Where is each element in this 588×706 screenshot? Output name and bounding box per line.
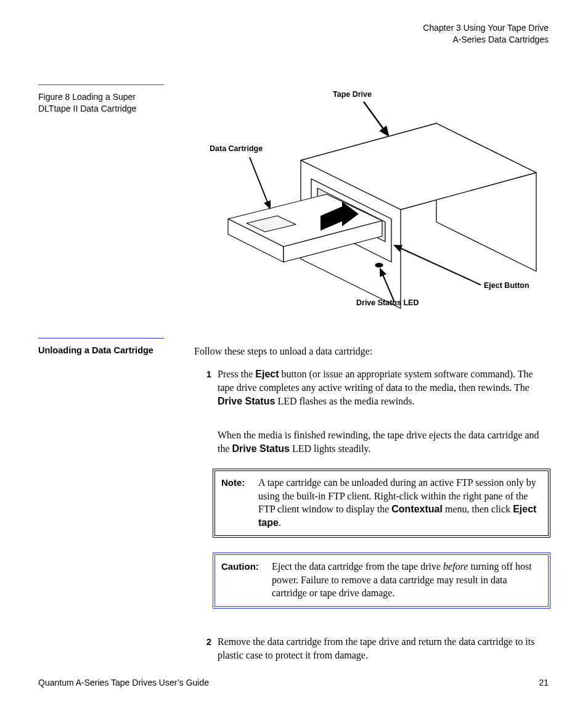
svg-point-5: [375, 263, 383, 267]
drive-status-term: Drive Status: [218, 396, 275, 406]
before-term: before: [443, 561, 468, 572]
svg-line-12: [364, 102, 388, 136]
contextual-term: Contextual: [391, 504, 443, 514]
svg-line-15: [394, 245, 481, 285]
intro-text: Follow these steps to unload a data cart…: [194, 345, 552, 358]
callout-data-cartridge: Data Cartridge: [210, 144, 263, 153]
callout-tape-drive: Tape Drive: [333, 90, 372, 99]
callout-drive-status-led: Drive Status LED: [356, 298, 419, 307]
figure-diagram: Tape Drive Data Cartridge Drive Status L…: [191, 86, 549, 321]
step-2-number: 2: [194, 635, 211, 662]
rule-figure: [38, 84, 164, 85]
note-label: Note:: [221, 476, 258, 529]
caution-label: Caution:: [221, 560, 272, 600]
step-1: 1 Press the Eject button (or issue an ap…: [194, 367, 552, 408]
step-1-followup: When the media is finished rewinding, th…: [218, 429, 552, 456]
step-2-body: Remove the data cartridge from the tape …: [211, 635, 552, 662]
section-line: A-Series Data Cartridges: [423, 34, 549, 46]
figure-caption: Figure 8 Loading a Super DLTtape II Data…: [38, 91, 161, 115]
footer-title: Quantum A-Series Tape Drives User’s Guid…: [38, 678, 209, 688]
caution-body: Eject the data cartridge from the tape d…: [272, 560, 542, 600]
chapter-line: Chapter 3 Using Your Tape Drive: [423, 22, 549, 34]
step-1-number: 1: [194, 367, 211, 408]
eject-term: Eject: [255, 369, 279, 379]
rule-sidebar: [38, 338, 164, 339]
step-2: 2 Remove the data cartridge from the tap…: [194, 635, 552, 662]
svg-line-13: [250, 157, 270, 208]
callout-eject-button: Eject Button: [484, 281, 529, 290]
page-number: 21: [539, 678, 549, 688]
note-body: A tape cartridge can be unloaded during …: [258, 476, 542, 529]
drive-status-term-2: Drive Status: [232, 443, 290, 454]
page-header: Chapter 3 Using Your Tape Drive A-Series…: [423, 22, 549, 46]
caution-box: Caution: Eject the data cartridge from t…: [213, 552, 550, 609]
step-1-body: Press the Eject button (or issue an appr…: [211, 367, 552, 408]
sidebar-heading: Unloading a Data Cartridge: [38, 345, 161, 356]
note-box: Note: A tape cartridge can be unloaded d…: [213, 469, 550, 538]
